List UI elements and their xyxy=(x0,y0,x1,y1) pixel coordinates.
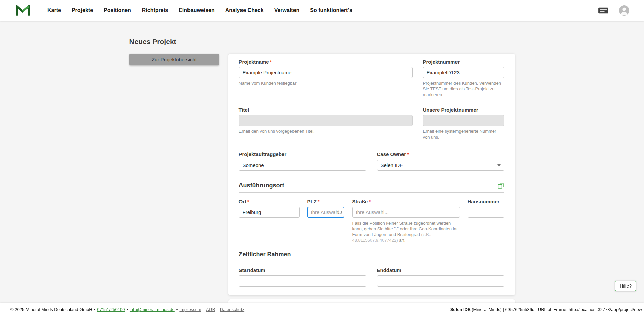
footer-right: Selen IDE (Mineral Minds) | 69576255536d… xyxy=(450,307,642,312)
strasse-field: Straße* Falls die Position keiner Straße… xyxy=(352,199,460,243)
startdatum-field: Startdatum xyxy=(239,267,366,287)
section-ausfuehrungsort-title: Ausführungsort xyxy=(239,182,284,189)
footer-left: © 2025 Mineral Minds Deutschland GmbH•07… xyxy=(10,307,244,312)
mineral-minds-logo[interactable] xyxy=(16,5,30,16)
nav-item-positionen[interactable]: Positionen xyxy=(104,7,131,13)
case-owner-label: Case Owner* xyxy=(377,151,504,157)
unsere-projektnummer-helper: Erhält eine systemgenerierte Nummer von … xyxy=(423,128,504,140)
section-ausfuehrungsort-header: Ausführungsort xyxy=(239,182,504,193)
main-menu: Karte Projekte Positionen Richtpreis Ein… xyxy=(47,7,352,13)
startdatum-label: Startdatum xyxy=(239,267,366,273)
titel-input xyxy=(239,115,413,126)
plz-label: PLZ* xyxy=(307,199,344,204)
hausnummer-field: Hausnummer xyxy=(468,199,504,243)
session-info: (Mineral Minds) | 69576255536d | URL of … xyxy=(471,307,642,312)
required-marker: * xyxy=(247,199,249,204)
top-navigation: Karte Projekte Positionen Richtpreis Ein… xyxy=(0,0,644,21)
keyboard-icon[interactable] xyxy=(598,7,609,14)
case-owner-field: Case Owner* Selen IDE xyxy=(377,151,504,171)
section-zeitlicher-rahmen-title: Zeitlicher Rahmen xyxy=(239,251,291,258)
nav-item-einbauweisen[interactable]: Einbauweisen xyxy=(179,7,215,13)
unsere-projektnummer-field: Unsere Projektnummer Erhält eine systemg… xyxy=(423,107,504,140)
footer: © 2025 Mineral Minds Deutschland GmbH•07… xyxy=(0,303,644,316)
required-marker: * xyxy=(369,199,371,204)
left-column: Zur Projektübersicht xyxy=(129,54,219,65)
nav-item-so-funktionierts[interactable]: So funktioniert's xyxy=(310,7,352,13)
projektname-label: Projektname* xyxy=(239,59,413,65)
nav-item-verwalten[interactable]: Verwalten xyxy=(274,7,300,13)
separator: • xyxy=(126,307,128,312)
projektname-helper: Name vom Kunden festlegbar xyxy=(239,80,413,86)
user-avatar-icon[interactable] xyxy=(619,5,629,16)
strasse-input[interactable] xyxy=(352,207,460,218)
back-to-project-overview-button[interactable]: Zur Projektübersicht xyxy=(129,54,219,65)
nav-right-actions xyxy=(598,5,629,16)
copyright-text: © 2025 Mineral Minds Deutschland GmbH xyxy=(10,307,92,312)
startdatum-input[interactable] xyxy=(239,275,366,287)
separator: · xyxy=(203,307,204,312)
nav-item-projekte[interactable]: Projekte xyxy=(72,7,93,13)
strasse-label: Straße* xyxy=(352,199,460,204)
projektauftraggeber-label: Projektauftraggeber xyxy=(239,151,366,157)
email-link[interactable]: info@mineral-minds.de xyxy=(130,307,175,312)
required-marker: * xyxy=(318,199,320,204)
session-user: Selen IDE xyxy=(450,307,471,312)
main-content: Neues Projekt Zur Projektübersicht Proje… xyxy=(129,21,515,309)
enddatum-input[interactable] xyxy=(377,275,504,287)
new-project-form-card: Projektname* Name vom Kunden festlegbar … xyxy=(228,54,515,295)
projektnummer-field: Projektnummer Projektnummer des Kunden. … xyxy=(423,59,504,98)
case-owner-select[interactable]: Selen IDE xyxy=(377,160,504,171)
separator: • xyxy=(176,307,178,312)
strasse-helper: Falls die Position keiner Straße zugeord… xyxy=(352,220,460,243)
caret-down-icon xyxy=(497,164,501,166)
copy-icon[interactable] xyxy=(497,182,504,189)
hausnummer-input[interactable] xyxy=(468,207,504,218)
help-button[interactable]: Hilfe? xyxy=(615,281,636,291)
required-marker: * xyxy=(407,151,409,157)
projektnummer-label: Projektnummer xyxy=(423,59,504,65)
projektnummer-input[interactable] xyxy=(423,67,504,78)
agb-link[interactable]: AGB xyxy=(206,307,215,312)
section-zeitlicher-rahmen-header: Zeitlicher Rahmen xyxy=(239,251,504,261)
projektname-input[interactable] xyxy=(239,67,413,78)
nav-item-analyse-check[interactable]: Analyse Check xyxy=(225,7,264,13)
projektname-field: Projektname* Name vom Kunden festlegbar xyxy=(239,59,413,98)
projektauftraggeber-input[interactable] xyxy=(239,160,366,171)
impressum-link[interactable]: Impressum xyxy=(179,307,201,312)
enddatum-label: Enddatum xyxy=(377,267,504,273)
enddatum-field: Enddatum xyxy=(377,267,504,287)
hausnummer-label: Hausnummer xyxy=(468,199,504,204)
ort-field: Ort* xyxy=(239,199,300,243)
unsere-projektnummer-label: Unsere Projektnummer xyxy=(423,107,504,113)
loading-spinner xyxy=(338,210,342,214)
titel-field: Titel Erhält den von uns vorgegebenen Ti… xyxy=(239,107,413,140)
page-title: Neues Projekt xyxy=(129,38,515,46)
ort-label: Ort* xyxy=(239,199,300,204)
projektauftraggeber-field: Projektauftraggeber xyxy=(239,151,366,171)
separator: · xyxy=(217,307,218,312)
datenschutz-link[interactable]: Datenschutz xyxy=(220,307,244,312)
phone-link[interactable]: 07151/250100 xyxy=(97,307,125,312)
case-owner-selected-value: Selen IDE xyxy=(381,162,404,168)
projektnummer-helper: Projektnummer des Kunden. Verwenden Sie … xyxy=(423,80,504,98)
ort-input[interactable] xyxy=(239,207,300,218)
required-marker: * xyxy=(270,59,272,65)
nav-item-richtpreis[interactable]: Richtpreis xyxy=(142,7,168,13)
unsere-projektnummer-input xyxy=(423,115,504,126)
separator: • xyxy=(94,307,96,312)
titel-label: Titel xyxy=(239,107,413,113)
titel-helper: Erhält den von uns vorgegebenen Titel. xyxy=(239,128,413,134)
plz-field: PLZ* xyxy=(307,199,344,243)
nav-item-karte[interactable]: Karte xyxy=(47,7,61,13)
